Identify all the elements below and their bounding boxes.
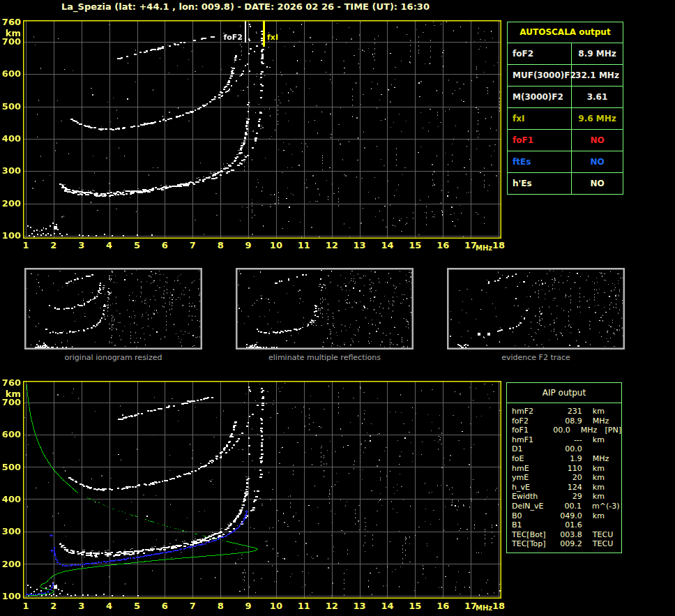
x-axis-tick-label: 13 [351, 601, 369, 611]
autoscala-row-h-es: h'EsNO [508, 173, 623, 194]
y-axis-tick-label: 200 [0, 559, 21, 569]
aip-unit: TECU [582, 530, 619, 540]
panel-caption-evidence: evidence F2 trace [447, 353, 625, 362]
aip-value: 003.8 [552, 530, 582, 540]
autoscala-table-rows: foF28.9 MHzMUF(3000)F232.1 MHzM(3000)F23… [508, 43, 623, 194]
aip-label: B1 [512, 520, 552, 530]
x-axis-tick-label: 5 [128, 601, 146, 611]
x-axis-tick-label: 3 [73, 240, 91, 250]
aip-label: hmE [512, 464, 552, 474]
parameter-value: 9.6 MHz [572, 108, 623, 129]
parameter-label: MUF(3000)F2 [508, 65, 572, 86]
x-axis-tick-label: 3 [73, 601, 91, 611]
panel-eliminate-reflections-canvas [236, 268, 414, 350]
x-axis-unit-label: MHz [476, 604, 492, 612]
aip-unit [582, 520, 619, 530]
parameter-label: M(3000)F2 [508, 87, 572, 107]
y-axis-tick-label: 200 [0, 198, 21, 209]
y-axis-tick-label: 300 [0, 165, 21, 176]
aip-unit: MHz [570, 426, 602, 435]
autoscala-row-ftes: ftEsNO [508, 151, 623, 173]
aip-label: D1 [512, 444, 552, 454]
parameter-value: 3.61 [572, 87, 623, 107]
aip-extra [619, 520, 621, 530]
aip-label: hmF2 [512, 407, 552, 416]
aip-value: --- [552, 435, 582, 445]
aip-unit: km [582, 473, 619, 483]
aip-extra [619, 492, 621, 502]
aip-unit: m^(-3) [582, 502, 619, 511]
aip-extra [619, 473, 621, 483]
aip-label: foF1 [512, 426, 545, 435]
ionogram-top-canvas [23, 20, 501, 239]
x-axis-tick-label: 11 [295, 240, 313, 250]
y-axis-unit-label: km [0, 389, 21, 399]
aip-label: DelN_vE [512, 502, 551, 511]
y-axis-tick-label: 760 [0, 17, 21, 27]
aip-row-ewidth: Ewidth29km [512, 492, 621, 502]
aip-unit: MHz [582, 416, 619, 426]
aip-unit: km [582, 492, 619, 502]
aip-unit [582, 444, 619, 454]
x-axis-tick-label: 15 [406, 601, 424, 611]
y-axis-tick-label: 400 [0, 133, 21, 144]
aip-label: TEC[Top] [512, 539, 552, 549]
autoscala-row-muf-3000-f2: MUF(3000)F232.1 MHz [508, 65, 623, 87]
aip-extra [619, 454, 621, 464]
y-axis-tick-label: 500 [0, 101, 21, 112]
y-axis-tick-label: 300 [0, 526, 21, 536]
parameter-value: NO [572, 173, 623, 194]
aip-row-fof2: foF208.9MHz [512, 416, 621, 426]
aip-label: foE [512, 454, 552, 464]
aip-row-fof1: foF100.0MHz[PN] [512, 426, 621, 435]
aip-value: 00.0 [552, 444, 582, 454]
panel-evidence-f2-canvas [447, 268, 625, 350]
aip-row-hme: hmE110km [512, 464, 621, 474]
aip-row-tec-bot-: TEC[Bot]003.8TECU [512, 530, 621, 540]
y-axis-tick-label: 100 [0, 591, 21, 601]
y-axis-tick-label: 500 [0, 462, 21, 472]
aip-label: foF2 [512, 416, 552, 426]
fxi-marker-label: fxI [267, 33, 278, 42]
x-axis-tick-label: 9 [239, 601, 257, 611]
aip-unit: km [582, 483, 619, 493]
aip-label: h_vE [512, 483, 552, 493]
aip-extra [619, 530, 621, 540]
aip-row-h-ve: h_vE124km [512, 483, 621, 493]
parameter-label: foF2 [508, 43, 572, 64]
aip-unit: km [582, 407, 619, 416]
panel-caption-eliminate: eliminate multiple reflections [236, 353, 414, 362]
parameter-value: NO [572, 151, 623, 172]
aip-value: 01.6 [552, 520, 582, 530]
x-axis-tick-label: 14 [378, 240, 396, 250]
aip-value: 049.0 [552, 511, 582, 521]
x-axis-tick-label: 6 [156, 601, 174, 611]
aip-unit: km [582, 435, 619, 445]
parameter-value: 8.9 MHz [572, 43, 623, 64]
aip-row-hmf1: hmF1---km [512, 435, 621, 445]
aip-unit: TECU [582, 539, 619, 549]
aip-extra [619, 416, 621, 426]
parameter-value: NO [572, 130, 623, 151]
y-axis-unit-label: km [0, 28, 21, 38]
x-axis-tick-label: 8 [211, 240, 229, 250]
y-axis-tick-label: 100 [0, 230, 21, 241]
aip-value: 08.9 [552, 416, 582, 426]
x-axis-tick-label: 8 [211, 601, 229, 611]
aip-value: 29 [552, 492, 582, 502]
aip-row-tec-top-: TEC[Top]009.2TECU [512, 539, 621, 549]
panel-original-ionogram-canvas [24, 268, 202, 350]
aip-value: 20 [552, 473, 582, 483]
panel-caption-original: original ionogram resized [24, 353, 202, 362]
aip-extra [619, 502, 621, 511]
aip-extra [619, 483, 621, 493]
aip-row-hmf2: hmF2231km [512, 407, 621, 416]
x-axis-tick-label: 16 [434, 601, 452, 611]
x-axis-tick-label: 7 [183, 240, 202, 250]
aip-extra [619, 435, 621, 445]
ionogram-bottom-canvas [23, 381, 501, 599]
aip-unit: km [582, 511, 619, 521]
aip-value: 124 [552, 483, 582, 493]
aip-value: 00.1 [551, 502, 582, 511]
aip-unit: MHz [582, 454, 619, 464]
